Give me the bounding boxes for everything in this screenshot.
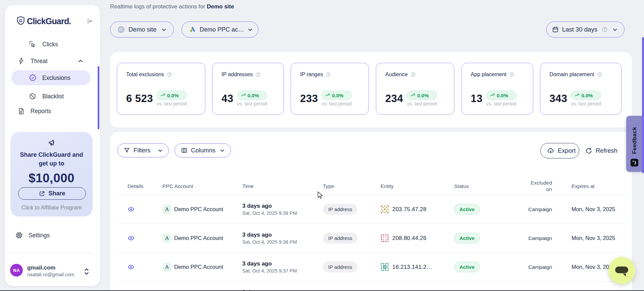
- trend-value: 0.0%: [417, 93, 429, 98]
- identicon-red-icon: [381, 234, 389, 242]
- time-relative: 3 days ago: [242, 232, 323, 238]
- time-cell: 3 days ago Sat, Oct 4, 2025 9:37 PM: [242, 260, 323, 274]
- promo-hint: Click to Affiliate Program: [10, 204, 93, 211]
- sidebar-item-threat[interactable]: Threat: [5, 54, 100, 68]
- stat-ip-ranges: IP ranges 233 0.0% vs. last period: [291, 63, 369, 115]
- help-circle-icon[interactable]: [326, 72, 331, 77]
- help-circle-icon[interactable]: [255, 72, 261, 77]
- trend-value: 0.0%: [248, 93, 259, 98]
- refresh-button[interactable]: Refresh: [585, 143, 617, 158]
- stat-audience: Audience 234 0.0% vs. last period: [376, 63, 454, 115]
- entity-value: 16.213.141.2…: [392, 264, 432, 271]
- status-badge: Active: [454, 204, 480, 214]
- trend-badge: 0.0%: [571, 91, 601, 100]
- filters-dropdown[interactable]: Filters: [117, 143, 169, 157]
- lightning-icon: [17, 57, 25, 65]
- column-header-time[interactable]: Time: [242, 183, 323, 189]
- column-header-type[interactable]: Type: [323, 183, 381, 189]
- sidebar-item-blacklist[interactable]: Blacklist: [5, 89, 100, 104]
- ppc-account-selector-dropdown[interactable]: Demo PPC ac…: [182, 21, 258, 38]
- page-subtitle-prefix: Realtime logs of protective actions for: [110, 3, 207, 10]
- sidebar-item-exclusions[interactable]: Exclusions: [11, 70, 91, 85]
- trend-badge: 0.0%: [237, 91, 267, 100]
- time-full: Sat, Oct 4, 2025 9:39 PM: [242, 210, 323, 216]
- export-label: Export: [558, 147, 576, 154]
- export-button[interactable]: Export: [540, 143, 579, 158]
- cloud-download-icon: [547, 147, 554, 154]
- ppc-account-name: Demo PPC Account: [174, 264, 223, 270]
- stats-row: Total exclusions 6 523 0.0% vs. last per…: [117, 63, 622, 115]
- svg-text:G: G: [19, 18, 22, 23]
- ppc-account-cell: Demo PPC Account: [162, 262, 242, 272]
- share-button[interactable]: Share: [18, 187, 86, 200]
- site-selector-dropdown[interactable]: Demo site: [110, 21, 174, 38]
- trend-badge: 0.0%: [157, 91, 187, 100]
- chevron-down-icon: [219, 148, 225, 153]
- feedback-smiley-icon: [630, 158, 639, 167]
- trend-badge: 0.0%: [321, 91, 351, 100]
- help-circle-icon: [602, 27, 608, 33]
- column-header-ppc-account[interactable]: PPC Account: [162, 183, 242, 189]
- stats-summary-card: Total exclusions 6 523 0.0% vs. last per…: [110, 52, 632, 128]
- excluded-on-cell: Campaign: [527, 206, 572, 212]
- help-circle-icon[interactable]: [597, 72, 602, 77]
- calendar-icon: [552, 26, 559, 33]
- table-header-row: Details PPC Account Time Type Entity Sta…: [117, 177, 625, 195]
- stat-value: 43: [221, 94, 233, 104]
- time-cell: 3 days ago Sat, Oct 4, 2025 9:38 PM: [242, 232, 323, 245]
- sidebar-item-reports[interactable]: Reports: [5, 104, 100, 118]
- stat-app-placement: App placement 13 0.0% vs. last period: [461, 63, 533, 115]
- expires-at-cell: Mon, Nov 3, 2025: [572, 206, 625, 212]
- page-scrollbar-thumb[interactable]: [642, 37, 644, 173]
- sidebar-item-settings[interactable]: Settings: [5, 228, 100, 243]
- cursor-click-icon: [29, 41, 36, 48]
- time-full: Sat, Oct 4, 2025 9:37 PM: [242, 268, 323, 274]
- stat-value: 6 523: [126, 94, 153, 104]
- date-range-dropdown[interactable]: Last 30 days: [546, 21, 625, 38]
- sidebar-item-label: Clicks: [42, 41, 58, 48]
- chevron-down-icon: [247, 27, 253, 33]
- google-ads-icon: [189, 26, 196, 33]
- details-eye-icon[interactable]: [128, 206, 162, 213]
- details-eye-icon[interactable]: [128, 263, 162, 271]
- promo-text-line2: get up to: [10, 160, 93, 167]
- stat-title: App placement: [471, 71, 507, 78]
- google-ads-icon: [162, 205, 171, 214]
- user-name: gmail.com: [27, 264, 55, 271]
- chat-launcher-button[interactable]: [608, 257, 635, 284]
- user-account-menu[interactable]: NA gmail.com naatali.ro@gmail.com: [5, 262, 100, 283]
- badge-check-icon: [29, 74, 37, 82]
- details-eye-icon[interactable]: [128, 235, 162, 242]
- sidebar-collapse-icon[interactable]: [86, 17, 94, 25]
- help-circle-icon[interactable]: [509, 72, 514, 77]
- column-header-details[interactable]: Details: [128, 183, 162, 189]
- stat-title: IP addresses: [221, 71, 253, 78]
- help-circle-icon[interactable]: [167, 72, 172, 77]
- status-badge: Active: [454, 233, 480, 243]
- column-header-excluded-on[interactable]: Excluded on: [527, 180, 572, 192]
- affiliate-promo-card[interactable]: Share ClickGuard and get up to $10,000 S…: [10, 132, 93, 216]
- sidebar-item-clicks[interactable]: Clicks: [5, 37, 100, 52]
- promo-text-line1: Share ClickGuard and: [10, 151, 93, 158]
- column-header-expires-at[interactable]: Expires at: [572, 183, 625, 189]
- columns-label: Columns: [191, 147, 216, 154]
- stat-domain-placement: Domain placement 343 0.0% vs. last perio…: [540, 63, 622, 115]
- trend-value: 0.0%: [332, 93, 343, 98]
- trend-up-icon: [325, 93, 330, 98]
- sidebar-scrollbar-thumb[interactable]: [98, 66, 99, 129]
- exclusions-table: Details PPC Account Time Type Entity Sta…: [117, 177, 625, 291]
- column-header-entity[interactable]: Entity: [381, 183, 454, 189]
- page-subtitle: Realtime logs of protective actions for …: [110, 3, 234, 10]
- sidebar: G ClickGuard. Clicks Threat: [5, 5, 100, 286]
- ppc-account-name: Demo PPC Account: [174, 206, 223, 212]
- column-header-status[interactable]: Status: [454, 183, 527, 189]
- table-row: Demo PPC Account 3 days ago Sat, Oct 4, …: [117, 253, 625, 282]
- feedback-label: Feedback: [631, 127, 638, 154]
- columns-dropdown[interactable]: Columns: [175, 143, 231, 157]
- feedback-tab[interactable]: Feedback: [626, 116, 643, 172]
- filters-label: Filters: [134, 147, 154, 154]
- share-button-label: Share: [48, 190, 65, 197]
- refresh-label: Refresh: [596, 147, 617, 154]
- brand-wordmark: ClickGuard.: [27, 16, 71, 26]
- help-circle-icon[interactable]: [410, 72, 416, 77]
